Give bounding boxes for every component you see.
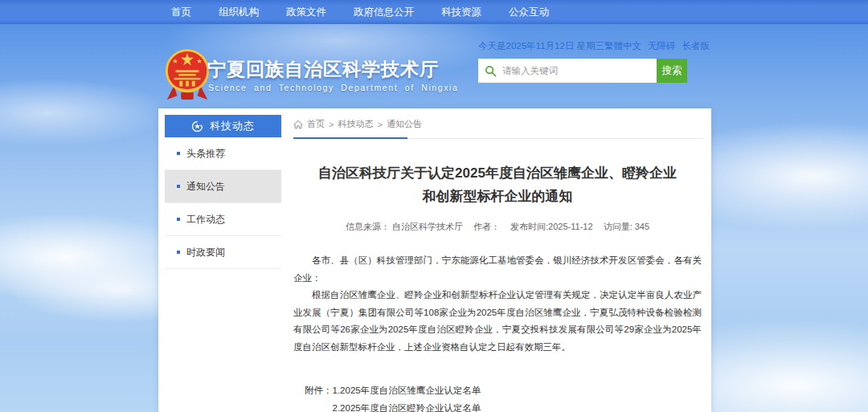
nav-item-public-interaction[interactable]: 公众互动 [509, 0, 549, 24]
site-subtitle: Science and Technology Department of Nin… [208, 83, 458, 92]
attachment-link-2[interactable]: 2.2025年度自治区瞪羚企业认定名单 [333, 400, 509, 412]
bullet-icon [177, 218, 180, 221]
meta-source: 信息来源： 自治区科学技术厅 [346, 222, 463, 231]
sidebar-item-current-politics[interactable]: 时政要闻 [165, 236, 281, 269]
search-icon [485, 65, 497, 77]
article-paragraph: 各市、县（区）科技管理部门，宁东能源化工基地管委会，银川经济技术开发区管委会，各… [293, 252, 702, 287]
star-circle-icon [191, 120, 203, 133]
sidebar-item-notices[interactable]: 通知公告 [165, 170, 281, 203]
search-bar: 搜索 [478, 59, 687, 83]
breadcrumb-separator: > [377, 120, 382, 129]
site-title: 宁夏回族自治区科学技术厅 [207, 57, 439, 82]
nav-item-home[interactable]: 首页 [171, 0, 191, 24]
breadcrumb: 首页 > 科技动态 > 通知公告 [293, 118, 702, 130]
nav-item-tech-resources[interactable]: 科技资源 [441, 0, 481, 24]
nav-item-organization[interactable]: 组织机构 [219, 0, 259, 24]
sidebar-item-headlines[interactable]: 头条推荐 [165, 137, 281, 170]
page: 首页 组织机构 政策文件 政府信息公开 科技资源 公众互动 宁夏回族自治区科学技… [0, 0, 868, 412]
breadcrumb-tech-news[interactable]: 科技动态 [338, 118, 373, 130]
attachment-link-1[interactable]: 1.2025年度自治区雏鹰企业认定名单 [333, 382, 509, 400]
content-card: 科技动态 头条推荐 通知公告 工作动态 时政要闻 [158, 108, 711, 412]
breadcrumb-separator: > [329, 120, 334, 129]
article-meta: 信息来源： 自治区科学技术厅 作者： 发布时间:2025-11-12 访问量: … [293, 221, 702, 233]
bullet-icon [177, 251, 180, 254]
link-elder-version[interactable]: 长者版 [682, 40, 710, 52]
sidebar-item-label: 通知公告 [186, 180, 225, 194]
meta-publish-time: 发布时间:2025-11-12 [510, 222, 593, 231]
top-nav-items: 首页 组织机构 政策文件 政府信息公开 科技资源 公众互动 [171, 0, 549, 24]
sidebar-item-work-updates[interactable]: 工作动态 [165, 203, 281, 236]
search-box [478, 59, 657, 83]
meta-author: 作者： [473, 222, 500, 231]
search-input[interactable] [502, 66, 639, 75]
article-title: 自治区科技厅关于认定2025年度自治区雏鹰企业、瞪羚企业和创新型标杆企业的通知 [293, 161, 702, 208]
national-emblem-logo [164, 47, 211, 104]
nav-item-policy[interactable]: 政策文件 [286, 0, 326, 24]
article-body: 各市、县（区）科技管理部门，宁东能源化工基地管委会，银川经济技术开发区管委会，各… [293, 252, 702, 356]
sidebar-item-label: 头条推荐 [186, 147, 225, 161]
sidebar-item-label: 时政要闻 [186, 246, 225, 259]
breadcrumb-divider [293, 137, 702, 139]
meta-views: 访问量: 345 [604, 222, 649, 231]
attachments-label: 附件： [305, 382, 333, 412]
nav-item-gov-info[interactable]: 政府信息公开 [354, 0, 414, 24]
home-icon [293, 120, 303, 129]
link-traditional-chinese[interactable]: 繁體中文 [604, 40, 641, 52]
breadcrumb-home[interactable]: 首页 [307, 118, 325, 130]
search-button[interactable]: 搜索 [657, 59, 687, 83]
link-accessibility[interactable]: 无障碍 [648, 40, 676, 52]
attachments-list: 1.2025年度自治区雏鹰企业认定名单 2.2025年度自治区瞪羚企业认定名单 … [333, 382, 509, 412]
sidebar: 科技动态 头条推荐 通知公告 工作动态 时政要闻 [165, 115, 281, 269]
current-date-text: 今天是2025年11月12日 星期三 [478, 40, 604, 52]
sidebar-header: 科技动态 [165, 115, 281, 137]
sidebar-title: 科技动态 [210, 119, 255, 133]
sidebar-item-label: 工作动态 [186, 213, 225, 226]
quick-links: 繁體中文 无障碍 长者版 [604, 40, 710, 52]
article-paragraph: 根据自治区雏鹰企业、瞪羚企业和创新型标杆企业认定管理有关规定，决定认定半亩良人农… [293, 287, 702, 356]
breadcrumb-notices[interactable]: 通知公告 [387, 118, 422, 130]
attachments-block: 附件： 1.2025年度自治区雏鹰企业认定名单 2.2025年度自治区瞪羚企业认… [305, 382, 702, 412]
main-content: 首页 > 科技动态 > 通知公告 自治区科技厅关于认定2025年度自治区雏鹰企业… [293, 118, 702, 412]
top-nav-bar: 首页 组织机构 政策文件 政府信息公开 科技资源 公众互动 [0, 0, 868, 24]
bullet-icon [177, 185, 180, 188]
bullet-icon [177, 152, 180, 155]
header-date-row: 今天是2025年11月12日 星期三 繁體中文 无障碍 长者版 [478, 40, 687, 52]
